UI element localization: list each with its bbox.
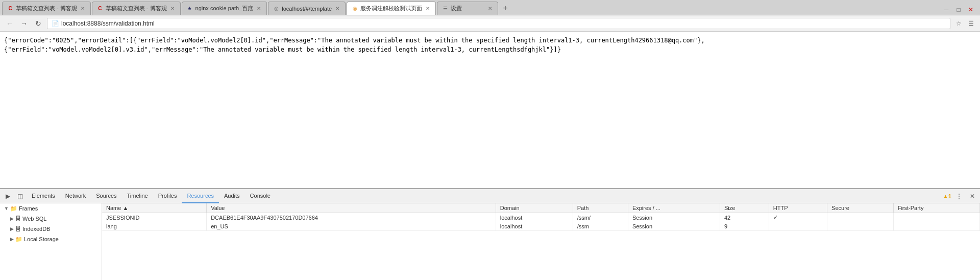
address-bar: ← → ↻ 📄 localhost:8888/ssm/validation.ht… (0, 15, 980, 32)
col-header-secure[interactable]: Secure (827, 203, 894, 213)
web-sql-label: Web SQL (22, 216, 47, 222)
local-storage-label: Local Storage (24, 236, 59, 242)
tab-tab1[interactable]: C草稿箱文查列表 - 博客观✕ (2, 2, 91, 15)
devtools-tab-profiles[interactable]: Profiles (153, 189, 182, 203)
cell-path: /ssm (573, 222, 628, 231)
content-area: {"errorCode":"0025","errorDetail":[{"err… (0, 32, 980, 280)
resources-right-panel: Name ▲ValueDomainPathExpires / ...SizeHT… (102, 203, 980, 280)
devtools-tab-audits[interactable]: Audits (219, 189, 245, 203)
tree-item-local-storage[interactable]: ▶ 📁 Local Storage (0, 234, 102, 244)
cell-http: ✓ (769, 213, 827, 222)
page-content: {"errorCode":"0025","errorDetail":[{"err… (0, 32, 980, 188)
forward-button[interactable]: → (18, 18, 30, 29)
devtools-more-button[interactable]: ⋮ (953, 191, 965, 202)
cell-secure (827, 222, 894, 231)
indexed-db-icon: 🗄 (15, 226, 21, 232)
page-line-2: {"errField":"voModel.voModel2[0].v3.id",… (4, 45, 976, 54)
cell-first-party (893, 213, 979, 222)
browser-window: C草稿箱文查列表 - 博客观✕C草稿箱文查列表 - 博客观✕★nginx coo… (0, 0, 980, 280)
devtools-tab-elements[interactable]: Elements (27, 189, 60, 203)
tab-tab4[interactable]: ◎localhost/#/template✕ (268, 2, 346, 15)
tab-favicon-tab4: ◎ (273, 5, 280, 12)
devtools-tab-resources[interactable]: Resources (182, 189, 219, 203)
cell-path: /ssm/ (573, 213, 628, 222)
resources-left-panel: ▼ 📁 Frames ▶ 🗄 Web SQL ▶ 🗄 IndexedDB (0, 203, 102, 280)
tree-item-frames[interactable]: ▼ 📁 Frames (0, 203, 102, 214)
tab-tab2[interactable]: C草稿箱文查列表 - 博客观✕ (92, 2, 181, 15)
devtools-tab-timeline[interactable]: Timeline (122, 189, 153, 203)
devtools-inspect-button[interactable]: ▶ (2, 191, 13, 202)
tab-tab3[interactable]: ★nginx cookie path_百庶✕ (182, 2, 267, 15)
col-header-http[interactable]: HTTP (769, 203, 827, 213)
table-row[interactable]: langen_USlocalhost/ssmSession9 (102, 222, 980, 231)
cell-http (769, 222, 827, 231)
tab-close-tab2[interactable]: ✕ (169, 5, 176, 12)
tab-favicon-tab5: ◎ (351, 5, 358, 12)
settings-button[interactable]: ☰ (966, 18, 976, 29)
tab-favicon-tab6: ☰ (442, 5, 449, 12)
tab-favicon-tab3: ★ (186, 5, 193, 12)
devtools-tab-network[interactable]: Network (60, 189, 91, 203)
cell-first-party (893, 222, 979, 231)
tree-item-web-sql[interactable]: ▶ 🗄 Web SQL (0, 214, 102, 224)
devtools-content: ▼ 📁 Frames ▶ 🗄 Web SQL ▶ 🗄 IndexedDB (0, 203, 980, 280)
devtools-tab-console[interactable]: Console (245, 189, 276, 203)
cell-domain: localhost (496, 222, 573, 231)
bookmark-button[interactable]: ☆ (953, 18, 964, 29)
devtools-tab-sources[interactable]: Sources (91, 189, 121, 203)
tab-close-tab4[interactable]: ✕ (334, 5, 341, 12)
cell-expires: Session (628, 213, 720, 222)
cell-domain: localhost (496, 213, 573, 222)
tab-close-tab3[interactable]: ✕ (255, 5, 262, 12)
back-button[interactable]: ← (4, 18, 15, 29)
local-storage-icon: 📁 (15, 236, 22, 243)
cell-secure (827, 213, 894, 222)
tab-close-tab5[interactable]: ✕ (424, 5, 431, 12)
devtools-device-button[interactable]: ◫ (14, 191, 26, 202)
cell-value: en_US (207, 222, 496, 231)
col-header-size[interactable]: Size (720, 203, 769, 213)
minimize-button[interactable]: ─ (941, 5, 951, 15)
new-tab-button[interactable]: + (498, 2, 512, 15)
tab-tab6[interactable]: ☰设置✕ (437, 2, 498, 15)
cell-name: lang (102, 222, 207, 231)
tab-title-tab1: 草稿箱文查列表 - 博客观 (16, 5, 77, 12)
reload-button[interactable]: ↻ (33, 18, 44, 29)
cell-size: 9 (720, 222, 769, 231)
tab-title-tab5: 服务调注解校验测试页面 (360, 5, 422, 12)
tab-bar: C草稿箱文查列表 - 博客观✕C草稿箱文查列表 - 博客观✕★nginx coo… (0, 0, 980, 15)
page-line-1: {"errorCode":"0025","errorDetail":[{"err… (4, 36, 976, 45)
indexed-db-arrow: ▶ (10, 226, 14, 231)
tab-title-tab4: localhost/#/template (282, 6, 332, 12)
devtools-right-controls: ▲1 ⋮ ✕ (943, 191, 978, 202)
local-storage-arrow: ▶ (10, 237, 14, 242)
tab-tab5[interactable]: ◎服务调注解校验测试页面✕ (347, 2, 436, 15)
col-header-value[interactable]: Value (207, 203, 496, 213)
cell-size: 42 (720, 213, 769, 222)
col-header-path[interactable]: Path (573, 203, 628, 213)
tab-title-tab6: 设置 (451, 5, 484, 12)
cell-name: JSESSIONID (102, 213, 207, 222)
col-header-name[interactable]: Name ▲ (102, 203, 207, 213)
tab-favicon-tab2: C (96, 5, 104, 12)
col-header-first-party[interactable]: First-Party (893, 203, 979, 213)
url-input[interactable]: 📄 localhost:8888/ssm/validation.html (47, 18, 950, 29)
cell-value: DCAEB61E4F30AA9F4307502170D07664 (207, 213, 496, 222)
frames-label: Frames (19, 205, 38, 212)
close-button[interactable]: ✕ (966, 5, 976, 15)
web-sql-arrow: ▶ (10, 216, 14, 221)
tree-item-indexed-db[interactable]: ▶ 🗄 IndexedDB (0, 224, 102, 234)
frames-arrow: ▼ (4, 206, 9, 211)
col-header-expires[interactable]: Expires / ... (628, 203, 720, 213)
tab-title-tab3: nginx cookie path_百庶 (195, 5, 254, 12)
tab-close-tab6[interactable]: ✕ (486, 5, 494, 12)
devtools-close-button[interactable]: ✕ (967, 191, 978, 202)
frames-icon: 📁 (10, 205, 17, 212)
table-row[interactable]: JSESSIONIDDCAEB61E4F30AA9F4307502170D076… (102, 213, 980, 222)
maximize-button[interactable]: □ (953, 5, 964, 15)
cookies-table: Name ▲ValueDomainPathExpires / ...SizeHT… (102, 203, 980, 231)
col-header-domain[interactable]: Domain (496, 203, 573, 213)
tab-close-tab1[interactable]: ✕ (79, 5, 86, 12)
tab-title-tab2: 草稿箱文查列表 - 博客观 (106, 5, 167, 12)
devtools-toolbar: ▶ ◫ ElementsNetworkSourcesTimelineProfil… (0, 189, 980, 203)
